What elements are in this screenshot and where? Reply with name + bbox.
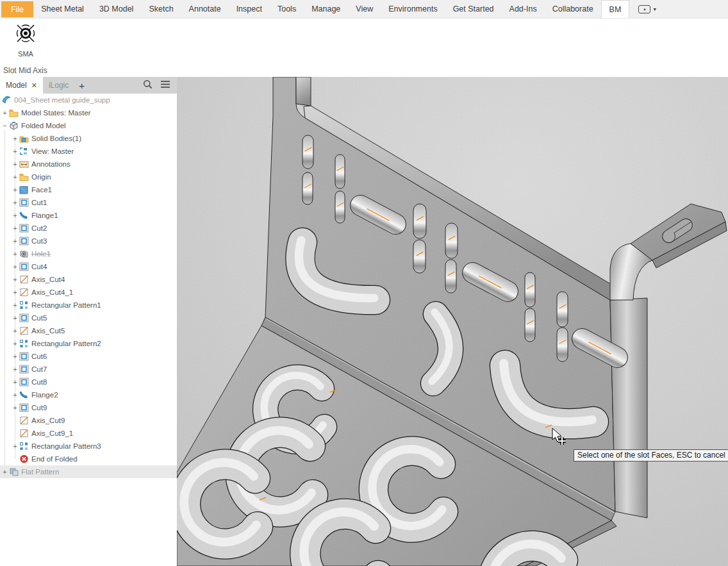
slot-hole[interactable] <box>335 154 345 188</box>
tree-item-face1[interactable]: +Face1 <box>0 183 177 196</box>
tree-item-label: Flange1 <box>31 212 58 219</box>
tree-item-cut4[interactable]: +Cut4 <box>0 260 177 273</box>
expander-icon[interactable]: + <box>12 392 19 398</box>
tree-item-cut6[interactable]: +Cut6 <box>0 350 177 363</box>
expander-icon[interactable]: + <box>12 289 19 295</box>
tree-item-004-sheet-metal-guide-supp[interactable]: 004_Sheet metal guide_supp <box>0 94 177 106</box>
tree-item-label: Rectangular Pattern1 <box>31 301 101 309</box>
tree-item-origin[interactable]: +Origin <box>0 171 177 183</box>
expander-icon[interactable]: + <box>12 404 19 411</box>
expander-icon[interactable]: + <box>12 174 19 180</box>
tree-item-cut2[interactable]: +Cut2 <box>0 222 177 235</box>
tree-item-end-of-folded[interactable]: End of Folded <box>0 453 177 465</box>
search-icon[interactable] <box>143 79 153 91</box>
slot-hole[interactable] <box>302 172 313 204</box>
expander-icon[interactable]: + <box>1 469 8 475</box>
menu-tab-environments[interactable]: Environments <box>381 0 445 18</box>
expander-icon[interactable]: + <box>12 148 19 154</box>
expander-icon[interactable]: + <box>12 225 19 231</box>
tree-item-solid-bodies-1-[interactable]: +Solid Bodies(1) <box>0 132 177 145</box>
tree-item-cut9[interactable]: +Cut9 <box>0 401 177 414</box>
tree-item-model-states-master[interactable]: +Model States: Master <box>0 106 177 119</box>
folder-icon <box>8 108 19 118</box>
cut-icon <box>19 365 29 374</box>
menu-tab-bm[interactable]: BM <box>601 0 630 18</box>
expander-icon[interactable]: + <box>12 315 19 321</box>
tree-item-cut7[interactable]: +Cut7 <box>0 363 177 376</box>
expander-icon[interactable]: + <box>12 263 19 270</box>
tree-item-view-master[interactable]: +View: Master <box>0 145 177 158</box>
tree-item-axis-cut4-1[interactable]: +Axis_Cut4_1 <box>0 286 177 299</box>
expander-icon[interactable]: + <box>12 251 19 257</box>
expander-icon[interactable]: + <box>12 276 19 283</box>
tree-item-flat-pattern[interactable]: +Flat Pattern <box>0 465 177 478</box>
menu-tab-annotate[interactable]: Annotate <box>181 0 229 18</box>
menu-tab-tools[interactable]: Tools <box>270 0 304 18</box>
menu-tab-add-ins[interactable]: Add-Ins <box>502 0 545 18</box>
slot-mid-axis-tool-button[interactable]: SMA <box>9 21 42 61</box>
slot-hole[interactable] <box>557 328 568 362</box>
expander-icon[interactable]: + <box>12 212 19 219</box>
tree-item-cut3[interactable]: +Cut3 <box>0 235 177 247</box>
close-icon[interactable]: ✕ <box>31 81 37 90</box>
menu-tab-file[interactable]: File <box>1 1 33 17</box>
menu-tab-collaborate[interactable]: Collaborate <box>545 0 601 18</box>
expander-icon[interactable]: + <box>12 135 19 142</box>
slot-hole[interactable] <box>445 260 456 293</box>
add-tab-button[interactable]: + <box>74 77 89 94</box>
tab-model[interactable]: Model ✕ <box>0 77 43 94</box>
slot-hole[interactable] <box>335 191 345 223</box>
tree-item-axis-cut9-1[interactable]: Axis_Cut9_1 <box>0 427 177 440</box>
menu-tab-3d-model[interactable]: 3D Model <box>92 0 142 18</box>
browser-menu-icon[interactable] <box>160 80 170 90</box>
hole-icon <box>19 249 29 259</box>
expander-icon[interactable]: + <box>12 340 19 347</box>
tree-item-flange1[interactable]: +Flange1 <box>0 209 177 222</box>
tree-item-label: Cut9 <box>31 404 47 412</box>
tree-item-label: Model States: Master <box>21 109 91 117</box>
tab-ilogic[interactable]: iLogic <box>43 77 74 94</box>
expander-icon[interactable]: + <box>12 187 19 193</box>
tree-item-annotations[interactable]: +Annotations <box>0 158 177 171</box>
slot-hole[interactable] <box>302 135 313 169</box>
expander-icon[interactable]: + <box>12 161 19 167</box>
tree-item-rectangular-pattern2[interactable]: +Rectangular Pattern2 <box>0 337 177 350</box>
tree-item-flange2[interactable]: +Flange2 <box>0 388 177 401</box>
expander-icon[interactable]: + <box>12 302 19 308</box>
expander-icon[interactable]: + <box>12 238 19 244</box>
expander-icon[interactable]: + <box>12 443 19 449</box>
tree-item-cut5[interactable]: +Cut5 <box>0 312 177 324</box>
tree-item-axis-cut5[interactable]: +Axis_Cut5 <box>0 324 177 337</box>
tree-item-cut8[interactable]: +Cut8 <box>0 376 177 388</box>
slot-hole[interactable] <box>525 272 535 307</box>
tree-item-hole1[interactable]: +Hole1 <box>0 247 177 260</box>
menu-tab-inspect[interactable]: Inspect <box>229 0 270 18</box>
tree-item-axis-cut9[interactable]: Axis_Cut9 <box>0 414 177 427</box>
tree-item-rectangular-pattern3[interactable]: +Rectangular Pattern3 <box>0 440 177 453</box>
menu-tab-get-started[interactable]: Get Started <box>445 0 502 18</box>
expander-icon[interactable]: − <box>1 122 8 129</box>
tree-item-label: Cut7 <box>31 365 47 373</box>
slot-hole[interactable] <box>413 240 426 273</box>
tree-item-folded-model[interactable]: −Folded Model <box>0 119 177 132</box>
menu-tab-view[interactable]: View <box>348 0 381 18</box>
sheet-metal-part-view[interactable] <box>177 77 728 566</box>
menu-tab-sketch[interactable]: Sketch <box>141 0 181 18</box>
slot-hole[interactable] <box>445 223 458 258</box>
tree-item-axis-cut4[interactable]: +Axis_Cut4 <box>0 273 177 286</box>
tree-item-rectangular-pattern1[interactable]: +Rectangular Pattern1 <box>0 299 177 312</box>
slot-hole[interactable] <box>557 292 568 327</box>
expander-icon[interactable]: + <box>1 110 8 116</box>
expander-icon[interactable]: + <box>12 353 19 360</box>
expander-icon[interactable]: + <box>12 366 19 372</box>
expander-icon[interactable]: + <box>12 199 19 206</box>
menu-tab-manage[interactable]: Manage <box>304 0 348 18</box>
slot-hole[interactable] <box>525 308 535 342</box>
ribbon-collapse-icon[interactable]: ▲▼ <box>638 0 657 18</box>
slot-hole[interactable] <box>413 204 426 238</box>
tree-item-cut1[interactable]: +Cut1 <box>0 196 177 209</box>
expander-icon[interactable]: + <box>12 328 19 334</box>
expander-icon[interactable]: + <box>12 379 19 385</box>
menu-tab-sheet-metal[interactable]: Sheet Metal <box>33 0 92 18</box>
3d-viewport[interactable]: Select one of the slot Faces, ESC to can… <box>177 77 728 566</box>
